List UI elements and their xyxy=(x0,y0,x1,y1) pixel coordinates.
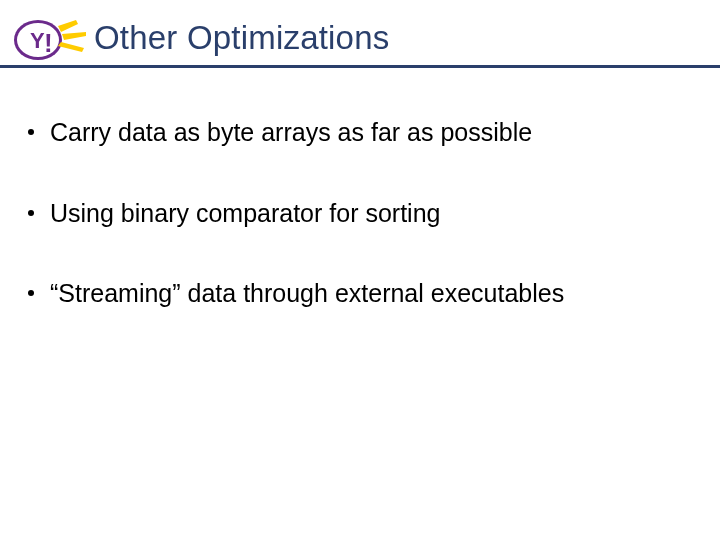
bullet-item: Carry data as byte arrays as far as poss… xyxy=(28,116,692,149)
bullet-dot-icon xyxy=(28,129,34,135)
slide-header: Y ! Other Optimizations xyxy=(0,0,720,68)
bullet-text: Using binary comparator for sorting xyxy=(50,197,440,230)
bullet-text: “Streaming” data through external execut… xyxy=(50,277,564,310)
bullet-text: Carry data as byte arrays as far as poss… xyxy=(50,116,532,149)
slide-content: Carry data as byte arrays as far as poss… xyxy=(0,68,720,310)
yahoo-logo-icon: Y ! xyxy=(10,14,88,62)
bullet-dot-icon xyxy=(28,210,34,216)
bullet-item: Using binary comparator for sorting xyxy=(28,197,692,230)
bullet-item: “Streaming” data through external execut… xyxy=(28,277,692,310)
bullet-dot-icon xyxy=(28,290,34,296)
svg-text:!: ! xyxy=(44,28,53,58)
svg-text:Y: Y xyxy=(30,28,45,53)
slide-title: Other Optimizations xyxy=(94,19,389,57)
